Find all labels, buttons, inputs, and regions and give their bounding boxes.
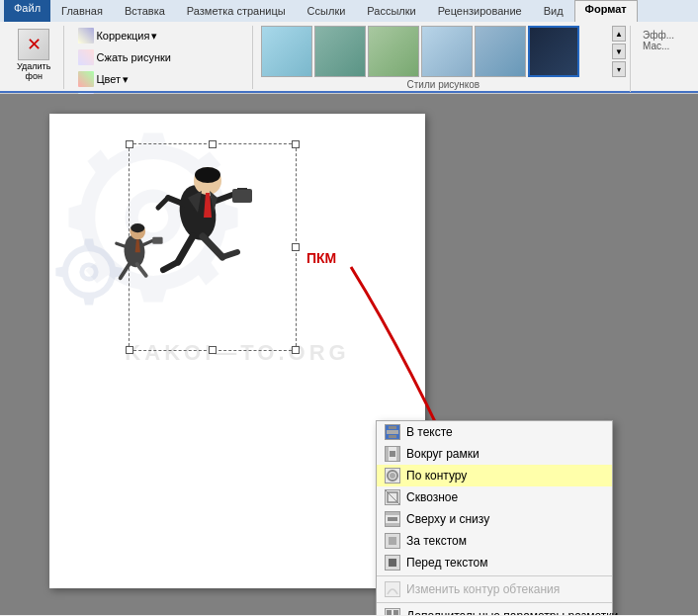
color-icon (78, 71, 94, 87)
ctx-before-text-label: Перед текстом (406, 556, 487, 570)
correction-button[interactable]: Коррекция ▾ (74, 26, 161, 45)
tab-page-layout[interactable]: Разметка страницы (176, 2, 297, 22)
gallery-scroll-up[interactable]: ▲ (612, 26, 626, 42)
tab-home[interactable]: Главная (50, 2, 114, 22)
pkm-label: ПКМ (306, 250, 336, 266)
svg-point-31 (123, 234, 146, 268)
ribbon-group-delete-bg: ✕ Удалитьфон (4, 26, 64, 89)
svg-line-27 (222, 252, 237, 257)
gallery-items (261, 26, 609, 77)
gallery-item-4[interactable] (421, 26, 473, 77)
gallery-item-6[interactable] (528, 26, 579, 77)
ribbon-group-styles: ▲ ▼ ▾ Стили рисунков (257, 26, 631, 92)
svg-rect-45 (386, 447, 389, 461)
correction-label: Коррекция (96, 30, 149, 42)
context-menu: В тексте Вокруг рамки По контуру Сквозно… (376, 420, 613, 615)
ctx-top-bottom-label: Сверху и снизу (406, 512, 489, 526)
ctx-by-contour-icon (385, 468, 400, 484)
document-area: KAKOI—TO.ORG (0, 94, 698, 615)
ctx-more-params-icon (385, 608, 400, 615)
ctx-more-params-label: Дополнительные параметры разметки... (406, 609, 628, 615)
effects-label: Эфф... (643, 30, 686, 41)
compress-icon (78, 49, 94, 65)
ctx-separator-2 (377, 602, 612, 603)
gallery-item-1[interactable] (261, 26, 312, 77)
svg-rect-43 (389, 435, 396, 438)
gallery-row: ▲ ▼ ▾ (261, 26, 626, 77)
right-group-label: Эфф... Мас... (643, 26, 686, 55)
change-row-3: Цвет ▾ (74, 69, 245, 89)
svg-marker-12 (55, 266, 63, 277)
handle-br[interactable] (292, 346, 300, 354)
ribbon-tab-bar: Файл Главная Вставка Разметка страницы С… (0, 0, 698, 22)
change-row-2: Сжать рисунки (74, 47, 245, 67)
ctx-in-text[interactable]: В тексте (377, 421, 612, 443)
ctx-by-contour[interactable]: По контуру (377, 465, 612, 486)
svg-rect-44 (390, 451, 395, 457)
svg-marker-11 (83, 298, 94, 306)
svg-point-15 (84, 267, 94, 277)
svg-marker-10 (83, 238, 94, 246)
svg-point-48 (390, 473, 395, 479)
ctx-around-frame-icon (385, 446, 400, 462)
svg-rect-41 (387, 430, 398, 434)
ctx-in-text-icon (385, 424, 400, 440)
ctx-behind-text[interactable]: За текстом (377, 530, 612, 552)
gallery-scroll-down[interactable]: ▼ (612, 44, 626, 59)
watermark-text: KAKOI—TO.ORG (125, 340, 349, 365)
handle-bl[interactable] (126, 346, 133, 354)
tab-view[interactable]: Вид (533, 2, 574, 22)
tab-review[interactable]: Рецензирование (427, 2, 533, 22)
ctx-through[interactable]: Сквозное (377, 486, 612, 508)
ctx-through-label: Сквозное (406, 490, 458, 504)
svg-line-38 (137, 264, 146, 276)
gallery-item-3[interactable] (368, 26, 419, 77)
tab-insert[interactable]: Вставка (114, 2, 176, 22)
ribbon-group-change: Коррекция ▾ Сжать рисунки Цвет ▾ (68, 26, 252, 89)
color-arrow: ▾ (123, 73, 129, 86)
delete-bg-label: Удалитьфон (17, 62, 50, 82)
ctx-top-bottom[interactable]: Сверху и снизу (377, 508, 612, 530)
gallery-scroll-expand[interactable]: ▾ (612, 61, 626, 77)
tab-file[interactable]: Файл (4, 0, 50, 22)
tab-references[interactable]: Ссылки (297, 2, 357, 22)
tab-mailings[interactable]: Рассылки (356, 2, 426, 22)
svg-rect-55 (389, 537, 396, 545)
mas-label: Мас... (643, 41, 686, 51)
svg-rect-59 (393, 610, 398, 615)
svg-point-33 (131, 223, 144, 232)
tab-format[interactable]: Формат (574, 0, 638, 22)
svg-line-25 (163, 262, 178, 270)
ctx-around-frame[interactable]: Вокруг рамки (377, 443, 612, 465)
svg-rect-42 (389, 426, 396, 429)
page-watermark: KAKOI—TO.ORG (125, 335, 349, 367)
ribbon-body: ✕ Удалитьфон Коррекция ▾ (0, 22, 698, 93)
svg-line-37 (121, 264, 130, 278)
compress-label: Сжать рисунки (96, 51, 171, 63)
ctx-behind-text-label: За текстом (406, 534, 467, 548)
svg-line-20 (158, 198, 168, 208)
ctx-before-text[interactable]: Перед текстом (377, 552, 612, 573)
compress-button[interactable]: Сжать рисунки (74, 47, 175, 67)
correction-icon (78, 28, 94, 44)
color-button[interactable]: Цвет ▾ (74, 69, 132, 89)
ctx-before-text-icon (385, 555, 400, 571)
ctx-more-params[interactable]: Дополнительные параметры разметки... (377, 605, 612, 615)
delete-bg-content: ✕ Удалитьфон (10, 26, 57, 85)
ctx-through-icon (385, 489, 400, 505)
gallery-item-2[interactable] (314, 26, 366, 77)
svg-marker-2 (69, 203, 88, 232)
handle-bm[interactable] (209, 346, 217, 354)
gallery-item-5[interactable] (475, 26, 526, 77)
ctx-separator-1 (377, 575, 612, 576)
svg-rect-22 (232, 189, 252, 203)
ctx-top-bottom-icon (385, 511, 400, 527)
svg-rect-58 (387, 610, 392, 615)
ctx-change-contour-label: Изменить контур обтекания (406, 582, 560, 596)
ribbon-group-right: Эфф... Мас... (635, 26, 694, 55)
document-page: KAKOI—TO.ORG (49, 114, 425, 588)
svg-rect-57 (389, 559, 396, 567)
delete-bg-button[interactable]: ✕ Удалитьфон (10, 26, 57, 85)
ctx-change-contour: Изменить контур обтекания (377, 578, 612, 600)
svg-rect-52 (386, 512, 399, 515)
